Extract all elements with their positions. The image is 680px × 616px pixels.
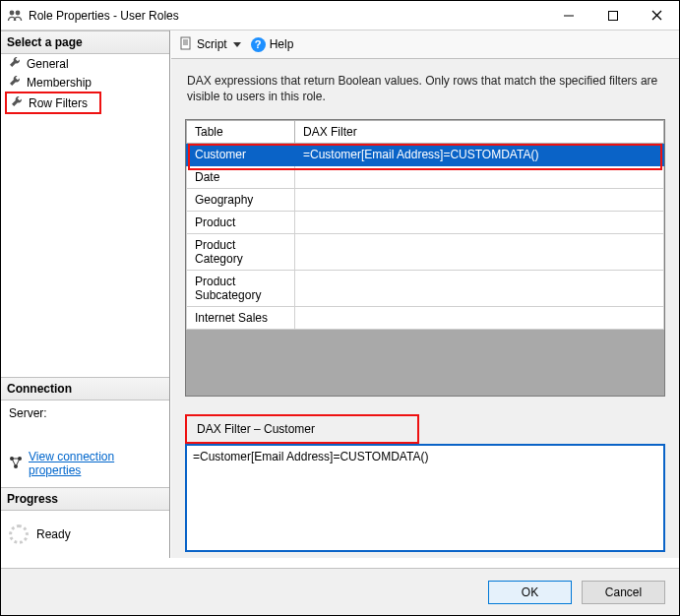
- nav-label: Membership: [27, 76, 92, 90]
- cell-filter[interactable]: [295, 270, 664, 306]
- cell-table[interactable]: Product Subcategory: [187, 270, 295, 306]
- wrench-icon: [9, 56, 21, 71]
- script-icon: [179, 36, 193, 53]
- nav-label: Row Filters: [29, 96, 88, 110]
- toolbar: Script ? Help: [171, 31, 679, 59]
- cell-table[interactable]: Customer: [187, 143, 295, 165]
- wrench-icon: [9, 75, 21, 90]
- svg-rect-3: [608, 11, 617, 20]
- cell-filter[interactable]: [295, 211, 664, 233]
- dialog-footer: OK Cancel: [1, 568, 679, 615]
- cell-filter[interactable]: [295, 165, 664, 188]
- wrench-icon: [11, 95, 23, 110]
- table-row[interactable]: Geography: [187, 188, 664, 211]
- cell-filter[interactable]: [295, 233, 664, 270]
- ok-button[interactable]: OK: [488, 581, 572, 604]
- sidebar: Select a page General Membership Row Fil…: [1, 31, 170, 558]
- nav-membership[interactable]: Membership: [1, 73, 169, 92]
- help-button[interactable]: ? Help: [251, 37, 294, 52]
- close-button[interactable]: [635, 1, 679, 30]
- cell-filter[interactable]: =Customer[Email Address]=CUSTOMDATA(): [295, 143, 664, 165]
- filter-expression-text: =Customer[Email Address]=CUSTOMDATA(): [193, 450, 428, 463]
- help-label: Help: [270, 37, 294, 51]
- maximize-button[interactable]: [590, 1, 635, 30]
- connection-icon: [9, 456, 23, 472]
- cell-table[interactable]: Product Category: [187, 233, 295, 270]
- table-row[interactable]: Product Category: [187, 233, 664, 270]
- filter-label-highlight: DAX Filter – Customer: [185, 414, 419, 444]
- cancel-label: Cancel: [605, 585, 642, 599]
- cell-table[interactable]: Date: [187, 165, 295, 188]
- svg-point-1: [16, 10, 21, 15]
- help-icon: ?: [251, 37, 266, 52]
- nav-row-filters[interactable]: Row Filters: [7, 93, 95, 112]
- titlebar: Role Properties - User Roles: [1, 1, 679, 31]
- ok-label: OK: [522, 585, 538, 599]
- svg-point-0: [10, 10, 15, 15]
- cell-table[interactable]: Internet Sales: [187, 306, 295, 329]
- script-button[interactable]: Script: [179, 36, 241, 53]
- filters-table[interactable]: Table DAX Filter Customer=Customer[Email…: [186, 120, 664, 330]
- filters-table-container: Table DAX Filter Customer=Customer[Email…: [185, 119, 665, 397]
- description-text: DAX expressions that return Boolean valu…: [171, 59, 679, 112]
- nav-general[interactable]: General: [1, 54, 169, 73]
- content-panel: Script ? Help DAX expressions that retur…: [170, 31, 679, 558]
- col-filter[interactable]: DAX Filter: [295, 120, 664, 143]
- table-row[interactable]: Date: [187, 165, 664, 188]
- cell-filter[interactable]: [295, 306, 664, 329]
- chevron-down-icon: [233, 42, 241, 47]
- svg-line-4: [652, 11, 661, 20]
- cancel-button[interactable]: Cancel: [582, 581, 665, 604]
- filter-label: DAX Filter – Customer: [197, 422, 315, 436]
- filter-expression-input[interactable]: =Customer[Email Address]=CUSTOMDATA(): [185, 444, 665, 552]
- users-icon: [7, 8, 23, 24]
- svg-line-5: [652, 11, 661, 20]
- col-table[interactable]: Table: [187, 120, 295, 143]
- minimize-button[interactable]: [546, 1, 590, 30]
- progress-header: Progress: [1, 487, 169, 511]
- window-title: Role Properties - User Roles: [29, 9, 179, 23]
- cell-table[interactable]: Geography: [187, 188, 295, 211]
- cell-table[interactable]: Product: [187, 211, 295, 233]
- window-controls: [546, 1, 679, 30]
- table-row[interactable]: Customer=Customer[Email Address]=CUSTOMD…: [187, 143, 664, 165]
- nav-label: General: [27, 57, 69, 71]
- select-page-header: Select a page: [1, 31, 169, 54]
- progress-spinner-icon: [9, 524, 29, 544]
- view-connection-properties-link[interactable]: View connection properties: [9, 450, 161, 477]
- server-label: Server:: [9, 406, 161, 420]
- connection-header: Connection: [1, 377, 169, 400]
- table-row[interactable]: Product: [187, 211, 664, 233]
- link-text: View connection properties: [29, 450, 161, 477]
- svg-rect-9: [181, 37, 190, 49]
- cell-filter[interactable]: [295, 188, 664, 211]
- table-row[interactable]: Internet Sales: [187, 306, 664, 329]
- nav-row-filters-highlight: Row Filters: [5, 92, 101, 114]
- script-label: Script: [197, 37, 227, 51]
- progress-status: Ready: [36, 527, 71, 541]
- table-row[interactable]: Product Subcategory: [187, 270, 664, 306]
